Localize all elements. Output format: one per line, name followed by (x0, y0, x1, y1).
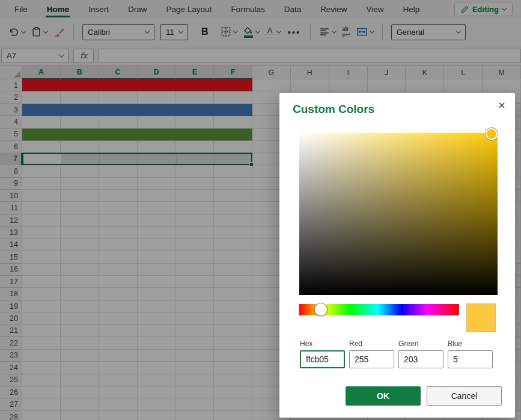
blue-input[interactable] (448, 350, 493, 368)
green-label: Green (398, 339, 443, 348)
picker-knob[interactable] (486, 128, 498, 140)
hex-label: Hex (300, 339, 345, 348)
ok-button[interactable]: OK (346, 386, 421, 406)
red-field: Red (349, 339, 394, 368)
green-input[interactable] (398, 350, 443, 368)
saturation-brightness-picker[interactable] (299, 133, 498, 295)
green-field: Green (398, 339, 443, 368)
dialog-title: Custom Colors (293, 103, 374, 116)
red-input[interactable] (349, 350, 394, 368)
hex-input[interactable] (300, 350, 345, 368)
custom-colors-dialog: Custom Colors × HexRedGreenBlue OK Cance… (279, 93, 515, 418)
color-preview-swatch (466, 303, 496, 332)
cancel-button[interactable]: Cancel (427, 386, 502, 406)
close-icon[interactable]: × (496, 97, 508, 114)
hex-field: Hex (300, 339, 345, 368)
hue-slider-knob[interactable] (314, 303, 328, 316)
color-fields: HexRedGreenBlue (300, 339, 496, 368)
blue-field: Blue (448, 339, 493, 368)
blue-label: Blue (448, 339, 493, 348)
hue-slider[interactable] (299, 304, 459, 315)
red-label: Red (349, 339, 394, 348)
